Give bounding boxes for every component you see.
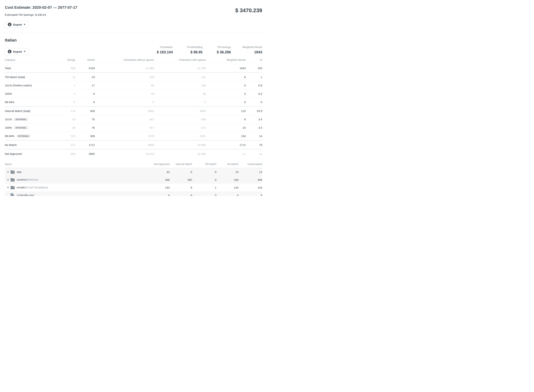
cell-percent: 20.9 <box>246 107 262 115</box>
files-table: NameNot ApprovedInternal MatchTM MatchNo… <box>5 163 262 196</box>
column-header-no-match: No Match <box>216 163 238 168</box>
category-label: 100% <box>5 92 12 95</box>
caret-down-icon <box>24 51 26 52</box>
stat-proofreading: Proofreading$ 88.95 <box>173 46 203 54</box>
cell-chars-without-spaces: 12 489 <box>95 64 154 73</box>
cell-words: 2965 <box>75 149 95 158</box>
cost-table-head: CategoryStringsWordsCharacters without s… <box>5 58 262 64</box>
cell-strings: 0 <box>47 98 75 107</box>
cell-strings: 23 <box>47 115 75 123</box>
cell-strings: 11 <box>47 73 75 81</box>
cell-chars-with-spaces: 10 992 <box>154 140 206 149</box>
folder-icon <box>11 185 15 190</box>
cost-table-row: No Match2711712955810 992171278 <box>5 140 262 149</box>
language-export-button[interactable]: Export <box>5 48 28 55</box>
file-name: content <box>17 178 26 181</box>
export-button[interactable]: Export <box>5 21 28 28</box>
cell-not-approved: 9 <box>140 191 170 196</box>
category-cell: No Match <box>5 140 47 149</box>
column-header-category: Category <box>5 58 47 64</box>
file-row-umbrella-json[interactable]: JSONUmbrella.json99009 <box>5 191 262 196</box>
language-header-left: Italian Export <box>5 38 28 55</box>
file-name-wrap: app <box>5 168 140 176</box>
page-header-left: Cost Estimate: 2020-02-07 — 2077-07-17 E… <box>5 5 77 28</box>
column-header-internal-match: Internal Match <box>170 163 192 168</box>
expander-spacer <box>8 195 9 196</box>
files-table-body: app42001313content(Website)4462620184446… <box>5 168 262 196</box>
cell-words: 459 <box>75 107 95 115</box>
cell-not-approved: 42 <box>140 168 170 176</box>
column-header-characters-without-spaces: Characters without spaces <box>95 58 154 64</box>
cell-untranslated: 13 <box>238 168 262 176</box>
cell-weighted-words: — <box>206 149 246 158</box>
file-name-wrap: emails(Email Templates) <box>5 184 140 191</box>
chevron-right-icon[interactable] <box>8 171 9 173</box>
cell-chars-without-spaces: 33 <box>95 89 154 98</box>
file-row-content[interactable]: content(Website)4462620184446 <box>5 176 262 184</box>
cell-words: 1712 <box>75 140 95 149</box>
cost-table-row: 101%INTERNAL237540745993.4 <box>5 115 262 123</box>
category-cell: Not Approved <box>5 149 47 158</box>
category-cell: 101% (Perfect match) <box>5 81 47 89</box>
cost-table-row: Total456219412 48914 2261843100 <box>5 64 262 73</box>
cell-weighted-words: 8 <box>206 73 246 81</box>
cell-chars-with-spaces: 106 <box>154 81 206 89</box>
file-name-cell: JSONUmbrella.json <box>5 191 140 196</box>
category-cell: Internal Match (total) <box>5 107 47 115</box>
cell-chars-without-spaces: 407 <box>95 115 154 123</box>
cell-internal-match: 0 <box>170 168 192 176</box>
cell-strings: 456 <box>47 64 75 73</box>
category-cell: 99-94%INTERNAL <box>5 132 47 140</box>
cell-chars-without-spaces: 16 616 <box>95 149 154 158</box>
file-row-emails[interactable]: emails(Email Templates)14381134143 <box>5 184 262 191</box>
cell-percent: — <box>246 149 262 158</box>
cell-not-approved: 446 <box>140 176 170 184</box>
cost-table-row: TM Match (total)112312914181 <box>5 73 262 81</box>
category-cell: 100%INTERNAL <box>5 123 47 132</box>
column-header-characters-with-spaces: Characters with spaces <box>154 58 206 64</box>
folder-icon <box>11 170 15 174</box>
category-cell: TM Match (total) <box>5 73 47 81</box>
cell-percent: 0.3 <box>246 89 262 98</box>
cell-words: 23 <box>75 73 95 81</box>
language-export-button-label: Export <box>13 50 22 53</box>
stat-tm-savings: TM savings$ 36.296 <box>203 46 231 54</box>
cost-table-row: 100%INTERNAL2676417473103.5 <box>5 123 262 132</box>
cell-chars-without-spaces: 2802 <box>95 107 154 115</box>
category-label: Total <box>5 67 11 70</box>
file-row-app[interactable]: app42001313 <box>5 168 262 176</box>
folder-icon <box>11 177 15 182</box>
cell-chars-without-spaces: 9558 <box>95 140 154 149</box>
cell-chars-with-spaces: 35 <box>154 89 206 98</box>
cell-weighted-words: 104 <box>206 132 246 140</box>
cell-chars-without-spaces: 96 <box>95 81 154 89</box>
file-name-cell: content(Website) <box>5 176 140 184</box>
cell-chars-with-spaces: 0 <box>154 98 206 107</box>
cell-tm-match: 1 <box>192 184 216 191</box>
cost-table-header-row: CategoryStringsWordsCharacters without s… <box>5 58 262 64</box>
cell-weighted-words: 0 <box>206 98 246 107</box>
file-name-cell: emails(Email Templates) <box>5 184 140 191</box>
category-label: Not Approved <box>5 152 22 155</box>
files-table-header-row: NameNot ApprovedInternal MatchTM MatchNo… <box>5 163 262 168</box>
cell-strings: 7 <box>47 81 75 89</box>
category-cell: Total <box>5 64 47 73</box>
category-label: 99-94% <box>5 135 14 138</box>
stat-value: $ 183.104 <box>149 50 173 54</box>
cost-table-row: 99-94%000000 <box>5 98 262 107</box>
cell-chars-with-spaces: 3093 <box>154 107 206 115</box>
chevron-right-icon[interactable] <box>8 187 9 188</box>
cell-strings: 4 <box>47 89 75 98</box>
column-header-: % <box>246 58 262 64</box>
cell-percent: 0 <box>246 98 262 107</box>
cell-words: 76 <box>75 123 95 132</box>
cell-chars-with-spaces: 18 930 <box>154 149 206 158</box>
internal-badge: INTERNAL <box>14 118 28 121</box>
chevron-right-icon[interactable] <box>8 179 9 181</box>
cell-chars-with-spaces: 2161 <box>154 132 206 140</box>
stat-weighted-words: Weighted Words1843 <box>231 46 262 54</box>
cell-internal-match: 8 <box>170 184 192 191</box>
cell-internal-match: 262 <box>170 176 192 184</box>
cell-chars-without-spaces: 1978 <box>95 132 154 140</box>
column-header-tm-match: TM Match <box>192 163 216 168</box>
